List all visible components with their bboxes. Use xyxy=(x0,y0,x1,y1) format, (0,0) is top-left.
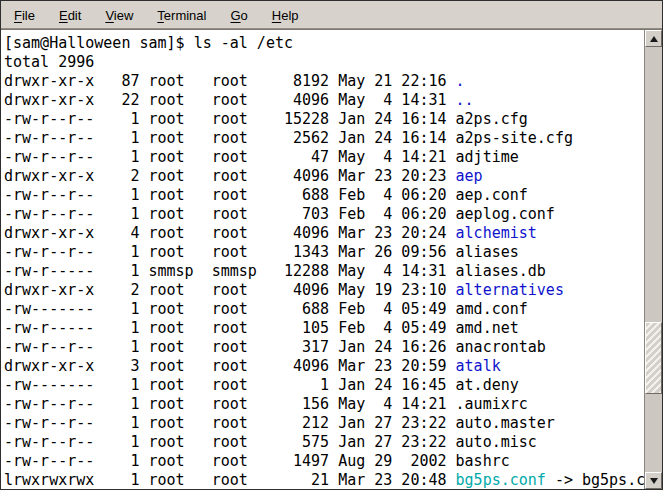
file-name: aep.conf xyxy=(456,186,528,204)
menu-view[interactable]: View xyxy=(93,1,145,28)
file-name: a2ps.cfg xyxy=(456,110,528,128)
directory-name: aep xyxy=(456,167,483,185)
file-name: amd.conf xyxy=(456,300,528,318)
scrollbar-thumb[interactable] xyxy=(645,322,662,394)
terminal-area: [sam@Halloween sam]$ ls -al /etc total 2… xyxy=(1,29,662,489)
scroll-up-button[interactable] xyxy=(645,30,662,47)
prompt-line: [sam@Halloween sam]$ ls -al /etc xyxy=(4,34,644,53)
file-row: -rw-r--r-- 1 root root 688 Feb 4 06:20 a… xyxy=(4,186,644,205)
file-row: drwxr-xr-x 2 root root 4096 May 19 23:10… xyxy=(4,281,644,300)
file-row: drwxr-xr-x 87 root root 8192 May 21 22:1… xyxy=(4,72,644,91)
file-name: aliases.db xyxy=(456,262,546,280)
arrow-up-icon xyxy=(650,36,658,42)
directory-name: alternatives xyxy=(456,281,564,299)
file-name: at.deny xyxy=(456,376,519,394)
file-row: -rw-r--r-- 1 root root 156 May 4 14:21 .… xyxy=(4,395,644,414)
file-row: -rw-r--r-- 1 root root 575 Jan 27 23:22 … xyxy=(4,433,644,452)
file-name: bashrc xyxy=(456,452,510,470)
file-row: -rw-r--r-- 1 root root 1497 Aug 29 2002 … xyxy=(4,452,644,471)
file-name: adjtime xyxy=(456,148,519,166)
file-row: drwxr-xr-x 4 root root 4096 Mar 23 20:24… xyxy=(4,224,644,243)
menu-edit[interactable]: Edit xyxy=(47,1,93,28)
file-name: amd.net xyxy=(456,319,519,337)
file-row: drwxr-xr-x 3 root root 4096 Mar 23 20:59… xyxy=(4,357,644,376)
file-row: -rw------- 1 root root 1 Jan 24 16:45 at… xyxy=(4,376,644,395)
menu-help[interactable]: Help xyxy=(260,1,311,28)
file-row: drwxr-xr-x 2 root root 4096 Mar 23 20:23… xyxy=(4,167,644,186)
file-row: -rw-r--r-- 1 root root 1343 Mar 26 09:56… xyxy=(4,243,644,262)
file-row: -rw------- 1 root root 688 Feb 4 05:49 a… xyxy=(4,300,644,319)
menu-bar: FileEditViewTerminalGoHelp xyxy=(1,1,662,29)
directory-name: alchemist xyxy=(456,224,537,242)
scrollbar[interactable] xyxy=(644,30,662,489)
scroll-down-button[interactable] xyxy=(645,472,662,489)
directory-name: atalk xyxy=(456,357,501,375)
file-name: anacrontab xyxy=(456,338,546,356)
file-row: drwxr-xr-x 22 root root 4096 May 4 14:31… xyxy=(4,91,644,110)
symlink-name: bg5ps.conf xyxy=(456,471,546,489)
file-name: .aumixrc xyxy=(456,395,528,413)
terminal-window: FileEditViewTerminalGoHelp [sam@Hallowee… xyxy=(0,0,663,490)
terminal-viewport[interactable]: [sam@Halloween sam]$ ls -al /etc total 2… xyxy=(1,30,644,489)
total-line: total 2996 xyxy=(4,53,644,72)
file-name: auto.misc xyxy=(456,433,537,451)
file-name: auto.master xyxy=(456,414,555,432)
file-row: -rw-r--r-- 1 root root 317 Jan 24 16:26 … xyxy=(4,338,644,357)
file-row: lrwxrwxrwx 1 root root 21 Mar 23 20:48 b… xyxy=(4,471,644,489)
file-row: -rw-r--r-- 1 root root 703 Feb 4 06:20 a… xyxy=(4,205,644,224)
file-row: -rw-r--r-- 1 root root 15228 Jan 24 16:1… xyxy=(4,110,644,129)
directory-name: . xyxy=(456,72,465,90)
file-row: -rw-r--r-- 1 root root 47 May 4 14:21 ad… xyxy=(4,148,644,167)
file-row: -rw-r----- 1 root root 105 Feb 4 05:49 a… xyxy=(4,319,644,338)
arrow-down-icon xyxy=(650,478,658,484)
file-row: -rw-r----- 1 smmsp smmsp 12288 May 4 14:… xyxy=(4,262,644,281)
file-row: -rw-r--r-- 1 root root 2562 Jan 24 16:14… xyxy=(4,129,644,148)
file-row: -rw-r--r-- 1 root root 212 Jan 27 23:22 … xyxy=(4,414,644,433)
menu-go[interactable]: Go xyxy=(218,1,259,28)
file-name: aeplog.conf xyxy=(456,205,555,223)
file-name: a2ps-site.cfg xyxy=(456,129,573,147)
menu-terminal[interactable]: Terminal xyxy=(145,1,218,28)
file-name: aliases xyxy=(456,243,519,261)
menu-file[interactable]: File xyxy=(2,1,47,28)
directory-name: .. xyxy=(456,91,474,109)
